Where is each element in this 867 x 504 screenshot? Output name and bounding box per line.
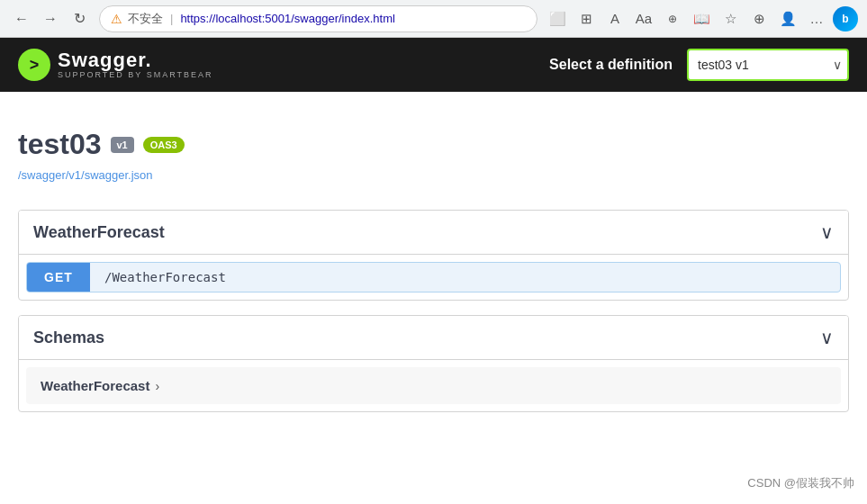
collections-btn[interactable]: ⊕ <box>746 6 772 32</box>
nav-buttons: ← → ↻ <box>9 6 92 32</box>
definition-label: Select a definition <box>549 57 673 73</box>
weather-forecast-title: WeatherForecast <box>33 223 165 242</box>
get-method-badge: GET <box>27 263 90 292</box>
weather-forecast-section: WeatherForecast ∨ GET /WeatherForecast <box>18 210 849 301</box>
translate-btn[interactable]: ⊕ <box>660 6 685 32</box>
swagger-name: Swagger. <box>58 50 213 70</box>
get-endpoint-row[interactable]: GET /WeatherForecast <box>26 262 841 292</box>
refresh-button[interactable]: ↻ <box>67 6 92 32</box>
swagger-content: test03 v1 OAS3 /swagger/v1/swagger.json … <box>0 92 867 430</box>
api-title: test03 <box>18 128 102 161</box>
profile-btn[interactable]: 👤 <box>775 6 800 32</box>
weather-forecast-header[interactable]: WeatherForecast ∨ <box>19 211 848 255</box>
font-btn[interactable]: Aa <box>631 6 656 32</box>
api-title-section: test03 v1 OAS3 /swagger/v1/swagger.json <box>18 110 849 192</box>
swagger-sub: SUPPORTED BY SMARTBEAR <box>58 70 213 79</box>
security-warning-icon: ⚠ <box>111 12 122 26</box>
security-text: 不安全 <box>128 11 163 27</box>
swagger-logo: > Swagger. SUPPORTED BY SMARTBEAR <box>18 49 213 81</box>
browser-actions: ⬜ ⊞ A Aa ⊕ 📖 ☆ ⊕ 👤 … b <box>545 6 858 32</box>
schemas-title: Schemas <box>33 328 104 347</box>
favorites-btn[interactable]: ☆ <box>718 6 743 32</box>
forward-button[interactable]: → <box>38 6 63 32</box>
swagger-definition: Select a definition test03 v1 ∨ <box>549 49 849 81</box>
address-bar[interactable]: ⚠ 不安全 | https://localhost:5001/swagger/i… <box>99 5 537 32</box>
watermark: CSDN @假装我不帅 <box>747 475 854 491</box>
tab-btn[interactable]: ⬜ <box>545 6 570 32</box>
weather-forecast-chevron-icon: ∨ <box>820 221 834 243</box>
schemas-chevron-icon: ∨ <box>820 327 834 348</box>
api-spec-link[interactable]: /swagger/v1/swagger.json <box>18 168 153 182</box>
api-title-row: test03 v1 OAS3 <box>18 128 849 161</box>
grid-btn[interactable]: ⊞ <box>573 6 599 32</box>
definition-select-wrapper: test03 v1 ∨ <box>687 49 849 81</box>
schema-name: WeatherForecast <box>41 378 149 393</box>
schemas-header[interactable]: Schemas ∨ <box>19 316 848 360</box>
back-button[interactable]: ← <box>9 6 34 32</box>
url-text: https://localhost:5001/swagger/index.htm… <box>180 12 394 25</box>
list-item[interactable]: WeatherForecast › <box>26 367 841 404</box>
schema-expand-icon: › <box>155 379 159 393</box>
swagger-logo-icon: > <box>18 49 50 81</box>
browser-chrome: ← → ↻ ⚠ 不安全 | https://localhost:5001/swa… <box>0 0 867 38</box>
schemas-section: Schemas ∨ WeatherForecast › <box>18 315 849 412</box>
endpoint-path: /WeatherForecast <box>90 263 840 292</box>
weather-forecast-endpoints: GET /WeatherForecast <box>19 262 848 292</box>
swagger-header: > Swagger. SUPPORTED BY SMARTBEAR Select… <box>0 38 867 92</box>
badge-v1: v1 <box>111 137 134 153</box>
separator: | <box>170 12 173 25</box>
more-btn[interactable]: … <box>804 6 829 32</box>
badge-oas3: OAS3 <box>143 137 185 153</box>
schemas-list: WeatherForecast › <box>19 367 848 404</box>
definition-select[interactable]: test03 v1 <box>687 49 849 81</box>
reader-btn[interactable]: 📖 <box>689 6 714 32</box>
read-btn[interactable]: A <box>602 6 628 32</box>
swagger-logo-text: Swagger. SUPPORTED BY SMARTBEAR <box>58 50 213 79</box>
edge-icon: b <box>833 6 858 32</box>
